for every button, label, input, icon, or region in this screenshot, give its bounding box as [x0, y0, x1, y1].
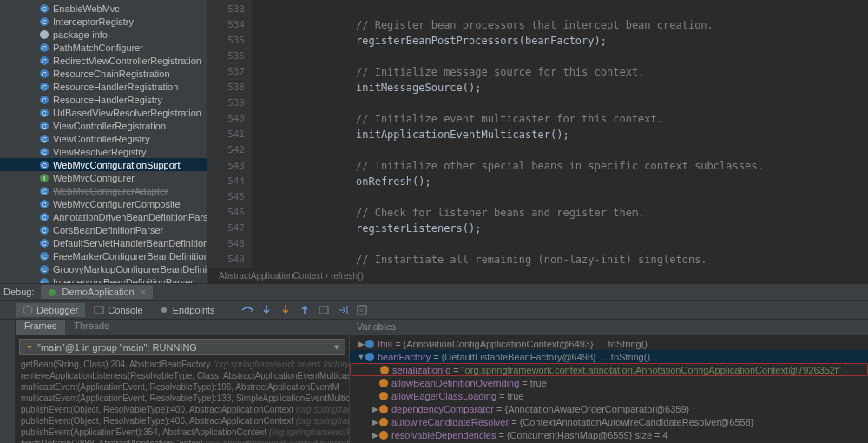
thread-selector[interactable]: "main"@1 in group "main": RUNNING ▾: [19, 339, 345, 355]
stack-frame[interactable]: publishEvent(ApplicationEvent):354, Abst…: [16, 426, 349, 438]
stack-frame[interactable]: publishEvent(Object, ResolvableType):406…: [16, 415, 349, 426]
stack-frame[interactable]: publishEvent(Object, ResolvableType):400…: [16, 404, 349, 415]
tree-item[interactable]: CUrlBasedViewResolverRegistration: [0, 106, 207, 119]
tree-item[interactable]: CPathMatchConfigurer: [0, 41, 207, 54]
variable-row[interactable]: ▶dependencyComparator= {AnnotationAwareO…: [350, 402, 868, 415]
tree-item-label: ViewControllerRegistration: [53, 121, 166, 131]
code-area[interactable]: // Register bean processors that interce…: [252, 0, 868, 268]
tree-item[interactable]: CAnnotationDrivenBeanDefinitionParser: [0, 210, 207, 223]
thread-name: "main"@1 in group "main": RUNNING: [37, 342, 197, 353]
sub-tab-threads[interactable]: Threads: [65, 320, 117, 335]
svg-text:C: C: [42, 70, 47, 78]
project-tree[interactable]: CEnableWebMvcCInterceptorRegistrypackage…: [0, 0, 208, 283]
tree-item[interactable]: CRedirectViewControllerRegistration: [0, 54, 207, 67]
svg-rect-47: [95, 307, 103, 314]
tree-item[interactable]: CWebMvcConfigurationSupport: [0, 158, 207, 171]
tree-item[interactable]: CDefaultServletHandlerBeanDefinitionPars…: [0, 236, 207, 249]
code-line[interactable]: // Check for listener beans and register…: [356, 205, 868, 221]
stack-frame[interactable]: multicastEvent(ApplicationEvent, Resolva…: [16, 393, 349, 404]
tree-item[interactable]: CViewResolverRegistry: [0, 145, 207, 158]
stack-frame[interactable]: retrieveApplicationListeners(ResolvableT…: [16, 370, 349, 381]
tree-item[interactable]: CInterceptorRegistry: [0, 15, 207, 28]
class-icon: C: [39, 43, 49, 53]
step-into-icon[interactable]: [260, 304, 273, 316]
tab-debugger[interactable]: Debugger: [16, 303, 85, 317]
frames-list[interactable]: getBean(String, Class):204, AbstractBean…: [16, 359, 349, 443]
code-line[interactable]: initApplicationEventMulticaster();: [356, 127, 868, 142]
run-to-cursor-icon[interactable]: [337, 304, 349, 316]
variable-row[interactable]: ▶resolvableDependencies= {ConcurrentHash…: [350, 428, 868, 441]
tree-item[interactable]: CWebMvcConfigurerComposite: [0, 197, 207, 210]
tree-item[interactable]: CViewControllerRegistry: [0, 132, 207, 145]
tree-item[interactable]: CViewControllerRegistration: [0, 119, 207, 132]
editor-breadcrumb[interactable]: AbstractApplicationContext › refresh(): [208, 268, 868, 283]
variable-row[interactable]: allowBeanDefinitionOverriding= true: [350, 376, 868, 389]
code-line[interactable]: [356, 2, 868, 17]
debug-side-toolbar[interactable]: [0, 320, 16, 443]
class-icon: C: [39, 108, 49, 118]
variable-row[interactable]: serializationId= "org.springframework.co…: [350, 363, 868, 376]
code-line[interactable]: [356, 142, 868, 158]
variable-row[interactable]: ▶this= {AnnotationConfigApplicationConte…: [350, 337, 868, 350]
tab-console[interactable]: Console: [87, 303, 149, 317]
svg-text:C: C: [42, 240, 47, 248]
stack-frame[interactable]: finishRefresh():888, AbstractApplication…: [16, 438, 349, 443]
variables-list[interactable]: ▶this= {AnnotationConfigApplicationConte…: [350, 335, 868, 443]
drop-frame-icon[interactable]: [318, 304, 330, 316]
variable-row[interactable]: ▶autowireCandidateResolver= {ContextAnno…: [350, 415, 868, 428]
tree-item-label: CorsBeanDefinitionParser: [53, 225, 163, 235]
line-number: 548: [208, 236, 245, 252]
line-number: 543: [208, 158, 245, 174]
class-icon: C: [39, 95, 49, 105]
tree-item[interactable]: CResourceHandlerRegistry: [0, 93, 207, 106]
tree-item[interactable]: CInterceptorsBeanDefinitionParser: [0, 275, 207, 283]
tree-item[interactable]: CGroovyMarkupConfigurerBeanDefinitionPar…: [0, 262, 207, 275]
evaluate-icon[interactable]: =: [356, 304, 368, 316]
tab-endpoints[interactable]: Endpoints: [152, 303, 222, 317]
variable-row[interactable]: ▼beanFactory= {DefaultListableBeanFactor…: [350, 350, 868, 363]
code-line[interactable]: registerBeanPostProcessors(beanFactory);: [356, 33, 868, 49]
tree-item[interactable]: package-info: [0, 28, 207, 41]
tree-item-label: UrlBasedViewResolverRegistration: [53, 108, 201, 118]
svg-point-46: [23, 306, 32, 314]
stack-frame[interactable]: multicastEvent(ApplicationEvent, Resolva…: [16, 381, 349, 393]
code-line[interactable]: initMessageSource();: [356, 80, 868, 96]
code-line[interactable]: // Initialize other special beans in spe…: [356, 158, 868, 174]
tree-item[interactable]: CWebMvcConfigurerAdapter: [0, 184, 207, 197]
svg-text:C: C: [42, 188, 47, 195]
tree-item[interactable]: CFreeMarkerConfigurerBeanDefinitionParse…: [0, 249, 207, 262]
code-editor[interactable]: 5335345355365375385395405415425435445455…: [208, 0, 868, 283]
code-line[interactable]: [356, 189, 868, 205]
svg-point-4: [40, 30, 49, 39]
svg-rect-49: [319, 307, 328, 314]
class-icon: C: [39, 134, 49, 144]
tree-item[interactable]: CCorsBeanDefinitionParser: [0, 223, 207, 236]
code-line[interactable]: // Initialize message source for this co…: [356, 64, 868, 80]
code-line[interactable]: registerListeners();: [356, 221, 868, 236]
debug-tool-window-header[interactable]: Debug: DemoApplication ×: [0, 283, 868, 301]
variables-header: Variables: [350, 320, 868, 335]
step-over-icon[interactable]: [241, 304, 253, 316]
variable-row[interactable]: allowEagerClassLoading= true: [350, 389, 868, 402]
force-step-into-icon[interactable]: [279, 304, 292, 316]
class-icon: C: [39, 186, 49, 196]
tree-item-label: FreeMarkerConfigurerBeanDefinitionParser: [53, 251, 208, 261]
code-line[interactable]: // Register bean processors that interce…: [356, 17, 868, 33]
debug-run-config-tab[interactable]: DemoApplication ×: [41, 285, 153, 299]
line-number: 538: [208, 80, 245, 96]
tree-item[interactable]: CResourceHandlerRegistration: [0, 80, 207, 93]
code-line[interactable]: onRefresh();: [356, 174, 868, 189]
code-line[interactable]: [356, 49, 868, 64]
code-line[interactable]: // Initialize event multicaster for this…: [356, 111, 868, 127]
line-number: 536: [208, 49, 245, 64]
step-out-icon[interactable]: [299, 304, 311, 316]
sub-tab-frames[interactable]: Frames: [16, 320, 65, 335]
svg-text:C: C: [42, 109, 47, 117]
tree-item[interactable]: CResourceChainRegistration: [0, 67, 207, 80]
tree-item[interactable]: CEnableWebMvc: [0, 2, 207, 15]
code-line[interactable]: [356, 96, 868, 111]
code-line[interactable]: // Instantiate all remaining (non-lazy-i…: [356, 252, 868, 268]
tree-item[interactable]: IWebMvcConfigurer: [0, 171, 207, 184]
stack-frame[interactable]: getBean(String, Class):204, AbstractBean…: [16, 359, 349, 370]
code-line[interactable]: [356, 236, 868, 252]
